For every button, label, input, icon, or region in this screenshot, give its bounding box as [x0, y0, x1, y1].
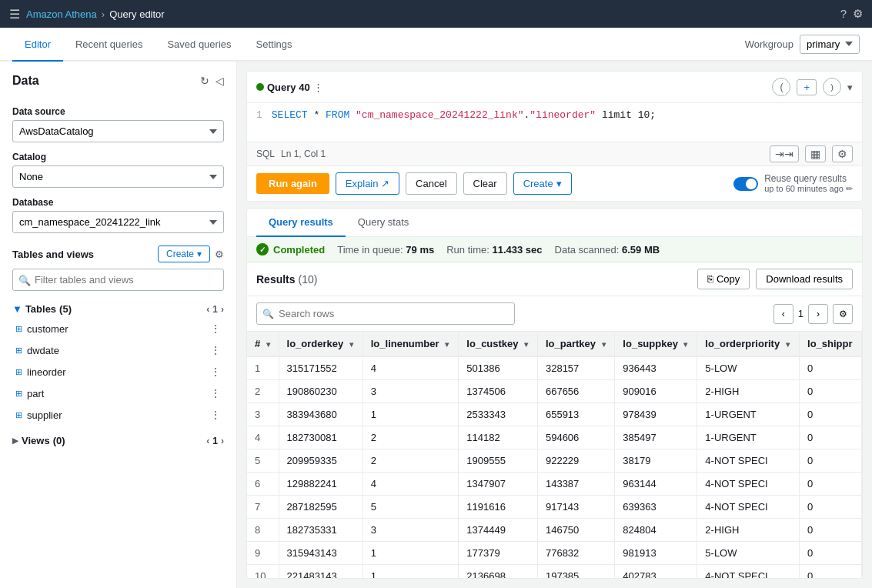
table-more-icon[interactable]: ⋮ — [210, 344, 221, 356]
cancel-button[interactable]: Cancel — [406, 172, 456, 195]
cell-lo-orderpriority: 1-URGENT — [697, 403, 800, 426]
list-item[interactable]: ⊞ part ⋮ — [12, 383, 224, 404]
settings-icon[interactable]: ⚙ — [853, 7, 863, 21]
top-nav-icons: ? ⚙ — [840, 7, 863, 21]
action-bar: Run again Explain ↗ Cancel Clear Create … — [247, 165, 862, 201]
table-more-icon[interactable]: ⋮ — [210, 387, 221, 399]
main-layout: Data ↻ ◁ Data source AwsDataCatalog Cata… — [0, 62, 872, 588]
cell-num: 10 — [247, 565, 279, 579]
open-paren-button[interactable]: ( — [772, 78, 790, 96]
table-expand-icon: ⊞ — [15, 346, 22, 356]
table-more-icon[interactable]: ⋮ — [210, 409, 221, 421]
table-view-button[interactable]: ▦ — [805, 145, 826, 162]
create-query-button[interactable]: Create ▾ — [513, 172, 572, 195]
refresh-icon[interactable]: ↻ — [200, 75, 209, 87]
query-more-icon[interactable]: ⋮ — [313, 82, 323, 93]
cell-lo-partkey: 655913 — [537, 403, 614, 426]
breadcrumb: Amazon Athena › Query editor — [26, 8, 165, 20]
collapse-icon[interactable]: ◁ — [215, 75, 224, 87]
clear-button[interactable]: Clear — [463, 172, 507, 195]
reuse-toggle-switch[interactable] — [733, 177, 758, 191]
editor-toolbar: SQL Ln 1, Col 1 ⇥⇥ ▦ ⚙ — [247, 142, 862, 165]
catalog-select[interactable]: None — [12, 165, 224, 188]
tab-query-stats[interactable]: Query stats — [346, 209, 421, 237]
tab-query-results[interactable]: Query results — [256, 209, 346, 237]
tables-views-settings-icon[interactable]: ⚙ — [215, 249, 224, 260]
editor-chevron-button[interactable]: ▾ — [847, 82, 853, 93]
cell-lo-suppkey: 38179 — [615, 449, 697, 473]
cell-lo-orderkey: 129882241 — [279, 473, 362, 496]
close-paren-button[interactable]: ) — [823, 78, 841, 96]
workgroup-select[interactable]: primary — [800, 35, 860, 54]
help-icon[interactable]: ? — [840, 7, 847, 21]
cell-lo-partkey: 776832 — [537, 542, 614, 565]
data-source-select-wrap: AwsDataCatalog — [12, 120, 224, 142]
panel-header: Data ↻ ◁ — [12, 74, 224, 88]
database-label: Database — [12, 197, 224, 208]
results-table: # ▾ lo_orderkey ▾ lo_linenumber ▾ lo_cus… — [247, 332, 862, 578]
prev-page-button[interactable]: ‹ — [773, 304, 793, 324]
cell-lo-suppkey: 385497 — [615, 426, 697, 449]
data-scanned-value: 6.59 MB — [622, 244, 660, 256]
time-in-queue-label: Time in queue: — [337, 244, 403, 256]
editor-controls: ( + ) ▾ — [772, 78, 853, 96]
hamburger-icon[interactable]: ☰ — [9, 7, 20, 22]
explain-button[interactable]: Explain ↗ — [336, 172, 399, 195]
download-button[interactable]: Download results — [756, 269, 853, 289]
tables-next-icon[interactable]: › — [221, 304, 224, 315]
tables-page-num: 1 — [212, 304, 218, 315]
edit-reuse-icon[interactable]: ✏ — [846, 184, 853, 193]
table-expand-icon: ⊞ — [15, 324, 22, 334]
catalog-select-wrap: None — [12, 165, 224, 188]
cell-lo-orderkey: 287182595 — [279, 496, 362, 519]
tables-count: (5) — [59, 303, 72, 315]
col-header-lo-partkey: lo_partkey ▾ — [537, 332, 614, 356]
table-more-icon[interactable]: ⋮ — [210, 322, 221, 335]
cell-num: 5 — [247, 449, 279, 473]
database-select-wrap: cm_namespace_20241222_link — [12, 211, 224, 233]
breadcrumb-app-link[interactable]: Amazon Athena — [26, 8, 97, 20]
editor-settings-button[interactable]: ⚙ — [832, 145, 853, 162]
run-time-label: Run time: — [446, 244, 489, 256]
tables-views-title: Tables and views — [12, 249, 94, 260]
run-again-button[interactable]: Run again — [256, 173, 329, 194]
copy-button[interactable]: ⎘ Copy — [697, 269, 750, 289]
table-row: 1 315171552 4 501386 328157 936443 5-LOW… — [247, 356, 862, 380]
list-item[interactable]: ⊞ lineorder ⋮ — [12, 361, 224, 383]
cell-lo-orderpriority: 5-LOW — [697, 356, 800, 380]
cell-lo-shippr: 0 — [800, 356, 862, 380]
filter-input[interactable] — [12, 269, 224, 291]
list-item[interactable]: ⊞ supplier ⋮ — [12, 404, 224, 426]
next-page-button[interactable]: › — [808, 304, 828, 324]
cell-lo-orderkey: 315171552 — [279, 356, 362, 380]
tab-editor[interactable]: Editor — [12, 28, 63, 62]
table-settings-button[interactable]: ⚙ — [833, 304, 853, 324]
cell-num: 6 — [247, 473, 279, 496]
tab-saved-queries[interactable]: Saved queries — [155, 28, 243, 62]
views-header[interactable]: ▶ Views (0) ‹ 1 › — [12, 432, 224, 449]
tab-recent-queries[interactable]: Recent queries — [63, 28, 155, 62]
create-button[interactable]: Create ▾ — [158, 246, 210, 262]
views-next-icon[interactable]: › — [221, 436, 224, 446]
completed-status: ✓ Completed — [256, 243, 325, 256]
cell-lo-orderkey: 383943680 — [279, 403, 362, 426]
completed-dot: ✓ — [256, 243, 269, 256]
views-title: Views — [22, 435, 50, 446]
table-more-icon[interactable]: ⋮ — [210, 366, 221, 378]
search-row: 🔍 ‹ 1 › ⚙ — [247, 296, 862, 332]
cell-num: 9 — [247, 542, 279, 565]
views-prev-icon[interactable]: ‹ — [206, 436, 209, 446]
database-select[interactable]: cm_namespace_20241222_link — [12, 211, 224, 233]
cell-lo-custkey: 177379 — [459, 542, 538, 565]
tables-prev-icon[interactable]: ‹ — [206, 304, 209, 315]
tab-settings[interactable]: Settings — [244, 28, 305, 62]
toggle-knob — [746, 179, 757, 189]
list-item[interactable]: ⊞ customer ⋮ — [12, 318, 224, 339]
list-item[interactable]: ⊞ dwdate ⋮ — [12, 339, 224, 361]
data-source-select[interactable]: AwsDataCatalog — [12, 120, 224, 142]
new-tab-button[interactable]: + — [797, 79, 817, 95]
format-button[interactable]: ⇥⇥ — [770, 145, 799, 162]
search-rows-input[interactable] — [256, 302, 515, 325]
tables-header[interactable]: ▼ Tables (5) ‹ 1 › — [12, 300, 224, 318]
table-row: 9 315943143 1 177379 776832 981913 5-LOW… — [247, 542, 862, 565]
